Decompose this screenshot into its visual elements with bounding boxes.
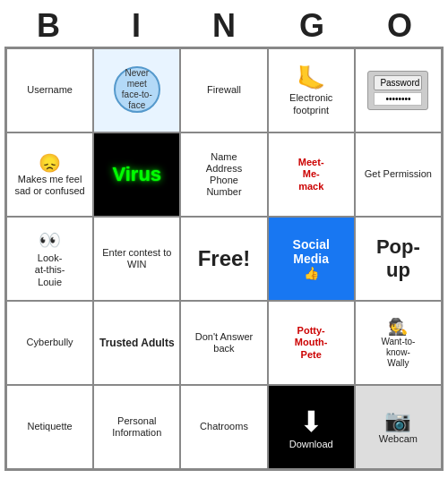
wally-icon: 🕵️ — [388, 317, 408, 337]
letter-g: G — [271, 7, 352, 45]
cell-download[interactable]: ⬇ Download — [268, 385, 355, 469]
cell-meet-me[interactable]: Meet-Me-mack — [268, 132, 355, 217]
cell-potty-mouth[interactable]: Potty-Mouth-Pete — [268, 301, 355, 385]
letter-n: N — [184, 7, 264, 45]
virus-text: Virus — [112, 163, 161, 186]
cell-personal-info[interactable]: Personal Information — [93, 385, 180, 469]
cell-netiquette[interactable]: Netiquette — [6, 385, 93, 469]
cell-cyberbully[interactable]: Cyberbully — [6, 301, 93, 385]
footprint-icon: 🦶 — [297, 64, 325, 92]
cell-contest[interactable]: Enter contest to WIN — [93, 217, 180, 301]
letter-i: I — [96, 7, 177, 45]
cell-virus[interactable]: Virus — [93, 132, 180, 217]
cell-sad[interactable]: 😞 Makes me feel sad or confused — [6, 132, 93, 217]
cell-never-meet[interactable]: Nevermeetface-to-face — [93, 48, 180, 132]
never-meet-circle: Nevermeetface-to-face — [114, 66, 160, 113]
cell-dont-answer[interactable]: Don't Answer back — [180, 301, 267, 385]
cell-firewall[interactable]: Firewall — [180, 48, 267, 132]
cell-name-address[interactable]: NameAddressPhoneNumber — [180, 132, 267, 217]
cell-webcam[interactable]: 📷 Webcam — [355, 385, 442, 469]
social-icon: 👍 — [304, 266, 319, 280]
bingo-card: B I N G O Username Nevermeetface-to-face… — [4, 7, 444, 471]
bingo-header: B I N G O — [4, 7, 444, 45]
cell-footprint[interactable]: 🦶 Electronicfootprint — [268, 48, 355, 132]
bingo-grid: Username Nevermeetface-to-face Firewall … — [4, 47, 444, 471]
cell-free[interactable]: Free! — [180, 217, 267, 301]
cell-want-to-know[interactable]: 🕵️ Want-to-know-Wally — [355, 301, 442, 385]
sad-icon: 😞 — [39, 152, 61, 174]
cell-get-permission[interactable]: Get Permission — [355, 132, 442, 217]
letter-o: O — [359, 7, 440, 45]
webcam-icon: 📷 — [384, 408, 411, 433]
cell-louie[interactable]: 👀 Look-at-this-Louie — [6, 217, 93, 301]
cell-chatrooms[interactable]: Chatrooms — [180, 385, 267, 469]
letter-b: B — [8, 7, 89, 45]
cell-password[interactable]: Password •••••••• — [355, 48, 442, 132]
cell-username[interactable]: Username — [6, 48, 93, 132]
cell-trusted-adults[interactable]: Trusted Adults — [93, 301, 180, 385]
cell-social-media[interactable]: SocialMedia 👍 — [268, 217, 355, 301]
download-icon: ⬇ — [299, 405, 323, 439]
cell-popup[interactable]: Pop-up — [355, 217, 442, 301]
louie-icon: 👀 — [39, 229, 61, 251]
